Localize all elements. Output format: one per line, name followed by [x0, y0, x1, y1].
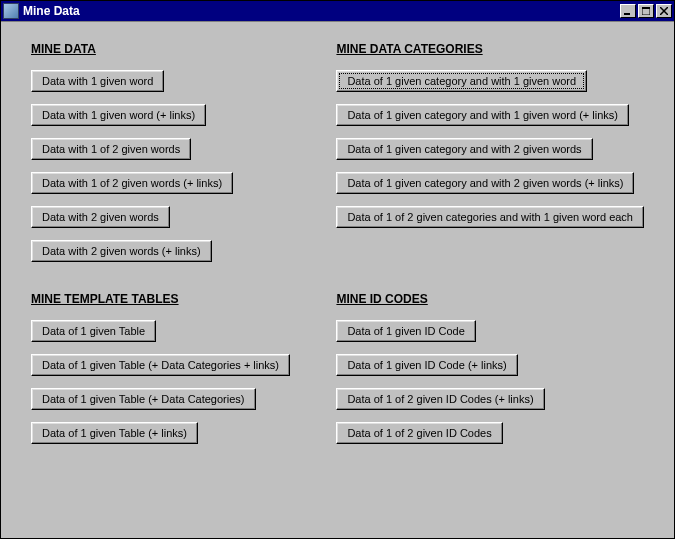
btn-id-1[interactable]: Data of 1 given ID Code	[336, 320, 475, 342]
btn-cat-2-words[interactable]: Data of 1 given category and with 2 give…	[336, 138, 592, 160]
titlebar: Mine Data	[1, 1, 674, 21]
heading-mine-data: MINE DATA	[31, 42, 306, 56]
button-group-mine-id-codes: Data of 1 given ID Code Data of 1 given …	[336, 320, 644, 444]
btn-id-1-of-2-links[interactable]: Data of 1 of 2 given ID Codes (+ links)	[336, 388, 544, 410]
maximize-button[interactable]	[638, 4, 654, 18]
minimize-button[interactable]	[620, 4, 636, 18]
btn-data-2-words[interactable]: Data with 2 given words	[31, 206, 170, 228]
btn-data-1-word-links[interactable]: Data with 1 given word (+ links)	[31, 104, 206, 126]
close-button[interactable]	[656, 4, 672, 18]
svg-rect-2	[642, 7, 650, 9]
section-mine-data: MINE DATA Data with 1 given word Data wi…	[31, 42, 306, 262]
btn-2-cats-1-word-each[interactable]: Data of 1 of 2 given categories and with…	[336, 206, 644, 228]
btn-table-1-cats-links[interactable]: Data of 1 given Table (+ Data Categories…	[31, 354, 290, 376]
btn-data-1-of-2-words-links[interactable]: Data with 1 of 2 given words (+ links)	[31, 172, 233, 194]
btn-cat-1-word-links[interactable]: Data of 1 given category and with 1 give…	[336, 104, 629, 126]
heading-mine-id-codes: MINE ID CODES	[336, 292, 644, 306]
button-group-mine-data: Data with 1 given word Data with 1 given…	[31, 70, 306, 262]
btn-table-1[interactable]: Data of 1 given Table	[31, 320, 156, 342]
btn-table-1-cats[interactable]: Data of 1 given Table (+ Data Categories…	[31, 388, 256, 410]
btn-cat-2-words-links[interactable]: Data of 1 given category and with 2 give…	[336, 172, 634, 194]
heading-mine-data-categories: MINE DATA CATEGORIES	[336, 42, 644, 56]
section-mine-data-categories: MINE DATA CATEGORIES Data of 1 given cat…	[336, 42, 644, 262]
section-mine-id-codes: MINE ID CODES Data of 1 given ID Code Da…	[336, 292, 644, 444]
app-icon	[3, 3, 19, 19]
heading-mine-template-tables: MINE TEMPLATE TABLES	[31, 292, 306, 306]
svg-rect-0	[624, 13, 630, 15]
btn-id-1-of-2[interactable]: Data of 1 of 2 given ID Codes	[336, 422, 502, 444]
btn-data-2-words-links[interactable]: Data with 2 given words (+ links)	[31, 240, 212, 262]
window-controls	[618, 4, 672, 18]
window-title: Mine Data	[23, 4, 618, 18]
btn-cat-1-word[interactable]: Data of 1 given category and with 1 give…	[336, 70, 587, 92]
button-group-mine-data-categories: Data of 1 given category and with 1 give…	[336, 70, 644, 228]
button-group-mine-template-tables: Data of 1 given Table Data of 1 given Ta…	[31, 320, 306, 444]
btn-table-1-links[interactable]: Data of 1 given Table (+ links)	[31, 422, 198, 444]
btn-data-1-of-2-words[interactable]: Data with 1 of 2 given words	[31, 138, 191, 160]
client-area: MINE DATA Data with 1 given word Data wi…	[1, 21, 674, 538]
btn-id-1-links[interactable]: Data of 1 given ID Code (+ links)	[336, 354, 517, 376]
section-mine-template-tables: MINE TEMPLATE TABLES Data of 1 given Tab…	[31, 292, 306, 444]
btn-data-1-word[interactable]: Data with 1 given word	[31, 70, 164, 92]
window-frame: Mine Data MINE DATA Data with 1 given wo…	[0, 0, 675, 539]
